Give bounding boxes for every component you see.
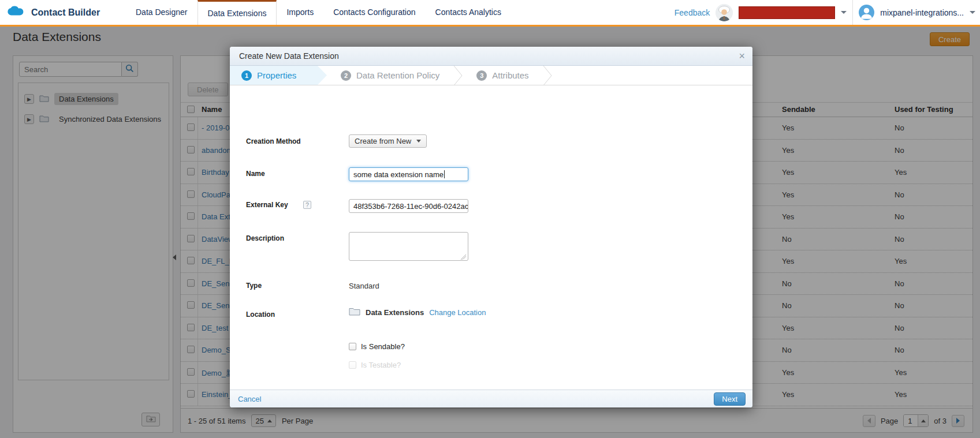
step-number-badge: 1	[241, 70, 252, 81]
nav-item-data-extensions[interactable]: Data Extensions	[198, 0, 277, 25]
step-label: Data Retention Policy	[356, 70, 439, 80]
nav-right-cluster: Feedback mixpanel-integrations...	[675, 0, 975, 25]
app-brand: Contact Builder	[7, 5, 100, 20]
next-button[interactable]: Next	[714, 392, 746, 406]
nav-item-contacts-analytics[interactable]: Contacts Analytics	[426, 0, 511, 25]
feedback-link[interactable]: Feedback	[675, 8, 710, 17]
nav-item-imports[interactable]: Imports	[277, 0, 323, 25]
is-testable-label: Is Testable?	[361, 361, 401, 369]
cancel-button[interactable]: Cancel	[238, 390, 261, 408]
name-value: some data extension name	[353, 170, 444, 179]
type-value: Standard	[349, 282, 379, 290]
location-value: Data Extensions	[366, 308, 424, 317]
step-label: Properties	[257, 70, 296, 80]
step-label: Attributes	[492, 70, 528, 80]
modal-footer: Cancel Next	[230, 390, 752, 407]
external-key-input[interactable]: 48f353b6-7268-11ec-90d6-0242ac1200	[349, 199, 468, 213]
wizard-steps: 1 Properties 2 Data Retention Policy 3 A…	[230, 66, 752, 85]
creation-method-label: Creation Method	[246, 137, 301, 145]
properties-form: Creation Method Create from New Name som…	[230, 85, 752, 389]
is-sendable-checkbox[interactable]	[349, 343, 356, 350]
account-chevron-down-icon[interactable]	[970, 11, 975, 14]
user-avatar[interactable]	[859, 5, 874, 20]
nav-divider	[852, 0, 853, 25]
account-name[interactable]: mixpanel-integrations...	[880, 8, 964, 17]
change-location-link[interactable]: Change Location	[429, 308, 486, 317]
chevron-down-icon[interactable]	[841, 11, 847, 14]
step-data-retention-policy[interactable]: 2 Data Retention Policy	[327, 66, 453, 85]
step-separator	[543, 66, 552, 85]
name-label: Name	[246, 170, 265, 178]
modal-title: Create New Data Extension	[239, 47, 339, 66]
folder-icon	[349, 307, 360, 317]
einstein-avatar[interactable]	[716, 4, 733, 21]
description-textarea[interactable]	[349, 232, 468, 261]
creation-method-dropdown[interactable]: Create from New	[349, 134, 427, 148]
type-label: Type	[246, 282, 262, 290]
text-cursor	[444, 170, 445, 178]
external-key-value: 48f353b6-7268-11ec-90d6-0242ac1200	[353, 202, 468, 211]
name-input[interactable]: some data extension name	[349, 167, 468, 181]
modal-header: Create New Data Extension ×	[230, 47, 752, 66]
description-label: Description	[246, 234, 284, 242]
external-key-label: External Key	[246, 201, 288, 209]
chevron-down-icon	[416, 140, 421, 143]
location-label: Location	[246, 310, 275, 319]
step-number-badge: 3	[476, 70, 487, 81]
creation-method-value: Create from New	[355, 137, 411, 145]
create-data-extension-modal: Create New Data Extension × 1 Properties…	[230, 47, 752, 407]
is-sendable-label: Is Sendable?	[361, 342, 405, 351]
step-separator	[453, 66, 463, 85]
main-nav: Data Designer Data Extensions Imports Co…	[126, 0, 511, 25]
is-testable-checkbox	[349, 361, 356, 369]
step-attributes[interactable]: 3 Attributes	[463, 66, 542, 85]
salesforce-cloud-icon	[7, 5, 27, 20]
help-icon[interactable]: ?	[303, 201, 311, 209]
textarea-resize-grip[interactable]	[460, 254, 466, 260]
top-nav: Contact Builder Data Designer Data Exten…	[0, 0, 980, 27]
step-properties[interactable]: 1 Properties	[230, 66, 327, 85]
close-icon[interactable]: ×	[739, 50, 745, 62]
app-title: Contact Builder	[31, 8, 100, 18]
nav-item-contacts-configuration[interactable]: Contacts Configuration	[323, 0, 425, 25]
redacted-account-block	[739, 6, 835, 19]
is-sendable-row: Is Sendable?	[349, 342, 405, 351]
step-number-badge: 2	[341, 70, 351, 81]
is-testable-row: Is Testable?	[349, 361, 401, 369]
nav-item-data-designer[interactable]: Data Designer	[126, 0, 198, 25]
